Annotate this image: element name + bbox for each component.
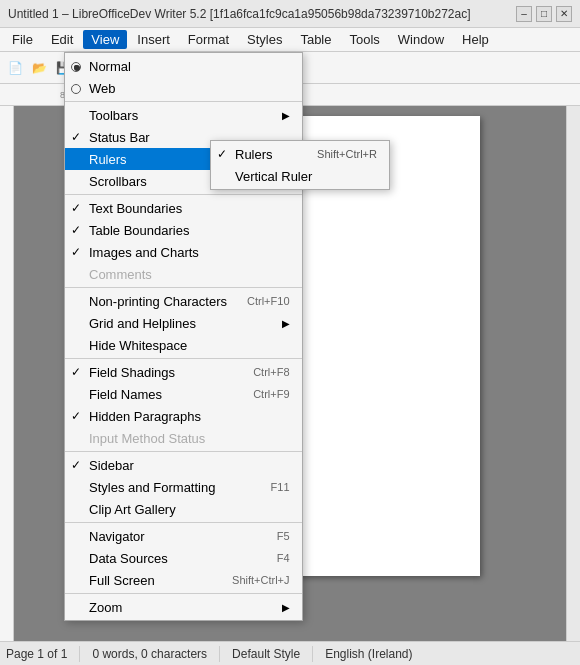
menu-insert[interactable]: Insert (129, 30, 178, 49)
field-shadings-check-icon: ✓ (71, 365, 81, 379)
menu-view-comments: Comments (65, 263, 302, 285)
rulers-submenu: ✓ Rulers Shift+Ctrl+R Vertical Ruler (210, 140, 390, 190)
sidebar-check-icon: ✓ (71, 458, 81, 472)
menu-view-input-method: Input Method Status (65, 427, 302, 449)
sidebar-label: Sidebar (89, 458, 134, 473)
window-title: Untitled 1 – LibreOfficeDev Writer 5.2 [… (8, 7, 471, 21)
rulers-check-icon: ✓ (217, 147, 227, 161)
hidden-paragraphs-label: Hidden Paragraphs (89, 409, 201, 424)
word-count: 0 words, 0 characters (92, 647, 207, 661)
rulers-sublabel: Rulers (235, 147, 273, 162)
menu-help[interactable]: Help (454, 30, 497, 49)
field-names-label: Field Names (89, 387, 162, 402)
statusbar-check-icon: ✓ (71, 130, 81, 144)
sep-1 (65, 101, 302, 102)
non-printing-shortcut: Ctrl+F10 (227, 295, 290, 307)
table-boundaries-label: Table Boundaries (89, 223, 189, 238)
menu-window[interactable]: Window (390, 30, 452, 49)
menu-view-toolbars[interactable]: Toolbars ▶ (65, 104, 302, 126)
menu-view-text-boundaries[interactable]: ✓ Text Boundaries (65, 197, 302, 219)
scrollbars-label: Scrollbars (89, 174, 147, 189)
menu-table[interactable]: Table (292, 30, 339, 49)
title-bar: Untitled 1 – LibreOfficeDev Writer 5.2 [… (0, 0, 580, 28)
menu-view-full-screen[interactable]: Full Screen Shift+Ctrl+J (65, 569, 302, 591)
status-bar: Page 1 of 1 0 words, 0 characters Defaul… (0, 641, 580, 665)
statusbar-label: Status Bar (89, 130, 150, 145)
close-button[interactable]: ✕ (556, 6, 572, 22)
menu-format[interactable]: Format (180, 30, 237, 49)
menu-edit[interactable]: Edit (43, 30, 81, 49)
menu-view-zoom[interactable]: Zoom ▶ (65, 596, 302, 618)
sep-4 (65, 358, 302, 359)
window-controls: – □ ✕ (516, 6, 572, 22)
field-shadings-shortcut: Ctrl+F8 (233, 366, 289, 378)
styles-shortcut: F11 (251, 481, 290, 493)
open-icon[interactable]: 📂 (28, 57, 50, 79)
input-method-label: Input Method Status (89, 431, 205, 446)
field-names-shortcut: Ctrl+F9 (233, 388, 289, 400)
zoom-label: Zoom (89, 600, 122, 615)
scrollbar-right[interactable] (566, 106, 580, 641)
data-sources-shortcut: F4 (257, 552, 290, 564)
zoom-arrow-icon: ▶ (282, 602, 290, 613)
menu-view-hide-whitespace[interactable]: Hide Whitespace (65, 334, 302, 356)
sep-5 (65, 451, 302, 452)
menu-view-images-charts[interactable]: ✓ Images and Charts (65, 241, 302, 263)
menu-view-normal[interactable]: Normal (65, 55, 302, 77)
submenu-vertical-ruler[interactable]: Vertical Ruler (211, 165, 389, 187)
menu-tools[interactable]: Tools (341, 30, 387, 49)
clip-art-label: Clip Art Gallery (89, 502, 176, 517)
images-charts-check-icon: ✓ (71, 245, 81, 259)
submenu-rulers[interactable]: ✓ Rulers Shift+Ctrl+R (211, 143, 389, 165)
toolbars-arrow-icon: ▶ (282, 110, 290, 121)
rulers-label: Rulers (89, 152, 127, 167)
normal-radio-icon (71, 59, 85, 73)
menu-view-field-shadings[interactable]: ✓ Field Shadings Ctrl+F8 (65, 361, 302, 383)
full-screen-label: Full Screen (89, 573, 155, 588)
grid-label: Grid and Helplines (89, 316, 196, 331)
menu-view-styles[interactable]: Styles and Formatting F11 (65, 476, 302, 498)
menu-bar: File Edit View Insert Format Styles Tabl… (0, 28, 580, 52)
menu-view-hidden-paragraphs[interactable]: ✓ Hidden Paragraphs (65, 405, 302, 427)
left-ruler (0, 106, 14, 641)
menu-file[interactable]: File (4, 30, 41, 49)
sep-7 (65, 593, 302, 594)
sep-3 (65, 287, 302, 288)
menu-view-grid[interactable]: Grid and Helplines ▶ (65, 312, 302, 334)
menu-view-field-names[interactable]: Field Names Ctrl+F9 (65, 383, 302, 405)
field-shadings-label: Field Shadings (89, 365, 175, 380)
sep-2 (65, 194, 302, 195)
styles-label: Styles and Formatting (89, 480, 215, 495)
menu-view-table-boundaries[interactable]: ✓ Table Boundaries (65, 219, 302, 241)
vertical-ruler-label: Vertical Ruler (235, 169, 312, 184)
status-sep-1 (79, 646, 80, 662)
menu-view-sidebar[interactable]: ✓ Sidebar (65, 454, 302, 476)
navigator-label: Navigator (89, 529, 145, 544)
text-boundaries-check-icon: ✓ (71, 201, 81, 215)
new-icon[interactable]: 📄 (4, 57, 26, 79)
maximize-button[interactable]: □ (536, 6, 552, 22)
normal-label: Normal (89, 59, 131, 74)
menu-view-clip-art[interactable]: Clip Art Gallery (65, 498, 302, 520)
rulers-shortcut: Shift+Ctrl+R (297, 148, 377, 160)
menu-styles[interactable]: Styles (239, 30, 290, 49)
menu-view-non-printing[interactable]: Non-printing Characters Ctrl+F10 (65, 290, 302, 312)
page-count: Page 1 of 1 (6, 647, 67, 661)
comments-label: Comments (89, 267, 152, 282)
hide-whitespace-label: Hide Whitespace (89, 338, 187, 353)
toolbars-label: Toolbars (89, 108, 138, 123)
menu-view-navigator[interactable]: Navigator F5 (65, 525, 302, 547)
navigator-shortcut: F5 (257, 530, 290, 542)
menu-view-data-sources[interactable]: Data Sources F4 (65, 547, 302, 569)
web-radio-icon (71, 81, 81, 95)
text-boundaries-label: Text Boundaries (89, 201, 182, 216)
non-printing-label: Non-printing Characters (89, 294, 227, 309)
view-menu-dropdown: Normal Web Toolbars ▶ ✓ Status Bar Ruler… (64, 52, 303, 621)
hidden-paragraphs-check-icon: ✓ (71, 409, 81, 423)
menu-view[interactable]: View (83, 30, 127, 49)
menu-view-web[interactable]: Web (65, 77, 302, 99)
status-sep-2 (219, 646, 220, 662)
minimize-button[interactable]: – (516, 6, 532, 22)
status-sep-3 (312, 646, 313, 662)
web-label: Web (89, 81, 116, 96)
